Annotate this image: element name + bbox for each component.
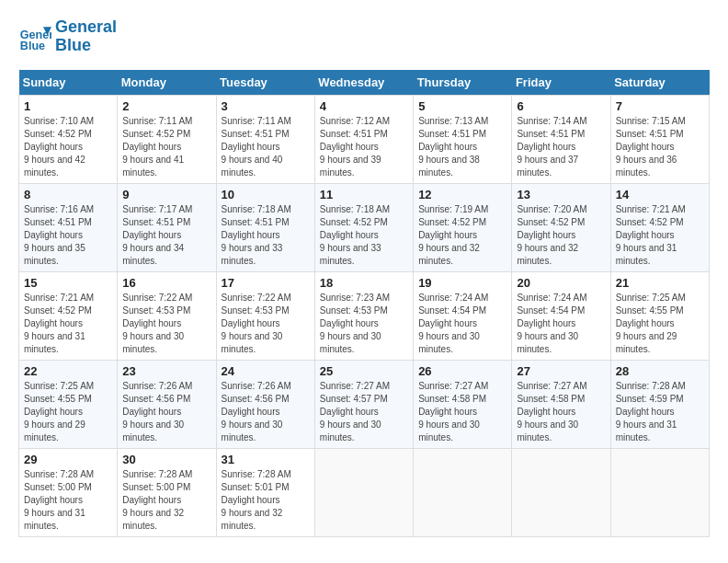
day-number: 12: [418, 188, 506, 201]
daylight-duration: 9 hours and 42 minutes.: [24, 155, 85, 178]
sunset-time: 4:52 PM: [58, 305, 92, 316]
sunset-label: Sunset:: [222, 305, 253, 316]
daylight-duration: 9 hours and 35 minutes.: [24, 243, 85, 266]
daylight-label: Daylight hours: [24, 230, 83, 240]
day-number: 21: [616, 276, 704, 290]
sunrise-time: 7:28 AM: [257, 469, 291, 479]
sunset-time: 4:52 PM: [649, 217, 683, 227]
sunset-time: 4:52 PM: [156, 129, 190, 139]
daylight-duration: 9 hours and 39 minutes.: [320, 155, 381, 178]
sunset-label: Sunset:: [320, 394, 351, 404]
sunrise-label: Sunrise:: [320, 116, 354, 126]
sunrise-label: Sunrise:: [517, 293, 551, 303]
daylight-duration: 9 hours and 30 minutes.: [222, 419, 283, 442]
daylight-duration: 9 hours and 30 minutes.: [517, 419, 578, 442]
sunset-label: Sunset:: [24, 394, 55, 404]
sunset-time: 4:58 PM: [452, 394, 486, 404]
sunset-label: Sunset:: [418, 217, 449, 227]
sunrise-label: Sunrise:: [222, 381, 256, 391]
sunset-label: Sunset:: [222, 129, 253, 139]
column-header-wednesday: Wednesday: [314, 70, 413, 96]
column-header-thursday: Thursday: [414, 70, 512, 96]
sunset-time: 4:55 PM: [649, 305, 683, 316]
daylight-duration: 9 hours and 32 minutes.: [517, 243, 578, 266]
logo-text: GeneralBlue: [55, 18, 117, 55]
calendar-week-row: 8 Sunrise: 7:16 AM Sunset: 4:51 PM Dayli…: [19, 183, 710, 271]
sunset-time: 4:51 PM: [649, 129, 683, 139]
sunset-label: Sunset:: [418, 305, 449, 316]
column-header-saturday: Saturday: [610, 70, 709, 96]
daylight-duration: 9 hours and 33 minutes.: [222, 243, 283, 266]
calendar-day-cell: 16 Sunrise: 7:22 AM Sunset: 4:53 PM Dayl…: [118, 271, 216, 360]
sunrise-label: Sunrise:: [517, 116, 551, 126]
sunset-time: 4:54 PM: [551, 305, 585, 316]
column-header-tuesday: Tuesday: [216, 70, 314, 96]
sunset-time: 4:52 PM: [58, 129, 92, 139]
calendar-day-cell: 2 Sunrise: 7:11 AM Sunset: 4:52 PM Dayli…: [118, 95, 216, 183]
sunset-time: 4:56 PM: [156, 394, 190, 404]
sunrise-label: Sunrise:: [122, 116, 156, 126]
column-header-monday: Monday: [118, 70, 216, 96]
calendar-day-cell: 21 Sunrise: 7:25 AM Sunset: 4:55 PM Dayl…: [610, 271, 709, 360]
day-number: 5: [418, 99, 506, 113]
day-number: 15: [24, 276, 112, 290]
calendar-day-cell: 26 Sunrise: 7:27 AM Sunset: 4:58 PM Dayl…: [414, 360, 512, 448]
sunset-label: Sunset:: [517, 394, 548, 404]
daylight-label: Daylight hours: [122, 495, 181, 505]
day-number: 1: [24, 99, 112, 113]
day-info: Sunrise: 7:10 AM Sunset: 4:52 PM Dayligh…: [24, 115, 112, 179]
daylight-label: Daylight hours: [418, 318, 477, 328]
daylight-label: Daylight hours: [418, 407, 477, 417]
day-info: Sunrise: 7:14 AM Sunset: 4:51 PM Dayligh…: [517, 115, 605, 179]
sunset-label: Sunset:: [517, 305, 548, 316]
day-info: Sunrise: 7:28 AM Sunset: 5:00 PM Dayligh…: [122, 468, 210, 533]
sunset-label: Sunset:: [24, 129, 55, 139]
empty-cell: [414, 448, 512, 536]
sunrise-label: Sunrise:: [222, 469, 256, 479]
sunrise-time: 7:16 AM: [60, 204, 94, 214]
sunrise-time: 7:28 AM: [159, 469, 193, 479]
day-number: 19: [418, 276, 506, 290]
sunset-time: 4:53 PM: [156, 305, 190, 316]
daylight-duration: 9 hours and 32 minutes.: [122, 508, 184, 531]
daylight-label: Daylight hours: [24, 407, 83, 417]
daylight-label: Daylight hours: [517, 230, 575, 240]
sunrise-time: 7:10 AM: [60, 116, 94, 126]
logo-icon: General Blue: [18, 20, 51, 53]
sunrise-time: 7:15 AM: [652, 116, 686, 126]
calendar-day-cell: 19 Sunrise: 7:24 AM Sunset: 4:54 PM Dayl…: [414, 271, 512, 360]
daylight-label: Daylight hours: [320, 142, 379, 152]
calendar-day-cell: 18 Sunrise: 7:23 AM Sunset: 4:53 PM Dayl…: [314, 271, 413, 360]
calendar-day-cell: 13 Sunrise: 7:20 AM Sunset: 4:52 PM Dayl…: [512, 183, 610, 271]
daylight-label: Daylight hours: [320, 230, 379, 240]
page-header: General Blue GeneralBlue: [18, 18, 710, 55]
sunrise-label: Sunrise:: [517, 204, 551, 214]
sunrise-time: 7:19 AM: [455, 204, 489, 214]
day-info: Sunrise: 7:18 AM Sunset: 4:52 PM Dayligh…: [320, 203, 408, 268]
daylight-label: Daylight hours: [418, 142, 477, 152]
day-info: Sunrise: 7:28 AM Sunset: 5:01 PM Dayligh…: [222, 468, 310, 533]
daylight-duration: 9 hours and 32 minutes.: [418, 243, 480, 266]
sunset-label: Sunset:: [517, 217, 548, 227]
daylight-label: Daylight hours: [122, 230, 181, 240]
daylight-duration: 9 hours and 30 minutes.: [122, 331, 184, 354]
sunrise-label: Sunrise:: [24, 116, 58, 126]
calendar-day-cell: 20 Sunrise: 7:24 AM Sunset: 4:54 PM Dayl…: [512, 271, 610, 360]
sunset-label: Sunset:: [320, 217, 351, 227]
sunset-label: Sunset:: [517, 129, 548, 139]
calendar-day-cell: 4 Sunrise: 7:12 AM Sunset: 4:51 PM Dayli…: [314, 95, 413, 183]
daylight-duration: 9 hours and 31 minutes.: [24, 331, 85, 354]
calendar-day-cell: 31 Sunrise: 7:28 AM Sunset: 5:01 PM Dayl…: [216, 448, 314, 536]
sunrise-label: Sunrise:: [320, 293, 354, 303]
daylight-label: Daylight hours: [517, 407, 575, 417]
calendar-week-row: 1 Sunrise: 7:10 AM Sunset: 4:52 PM Dayli…: [19, 95, 710, 183]
daylight-label: Daylight hours: [320, 318, 379, 328]
sunrise-time: 7:23 AM: [356, 293, 390, 303]
sunset-label: Sunset:: [122, 394, 154, 404]
calendar-day-cell: 7 Sunrise: 7:15 AM Sunset: 4:51 PM Dayli…: [610, 95, 709, 183]
day-info: Sunrise: 7:28 AM Sunset: 5:00 PM Dayligh…: [24, 468, 112, 533]
sunrise-time: 7:28 AM: [652, 381, 686, 391]
calendar-day-cell: 22 Sunrise: 7:25 AM Sunset: 4:55 PM Dayl…: [19, 360, 118, 448]
day-info: Sunrise: 7:13 AM Sunset: 4:51 PM Dayligh…: [418, 115, 506, 179]
sunrise-time: 7:24 AM: [455, 293, 489, 303]
